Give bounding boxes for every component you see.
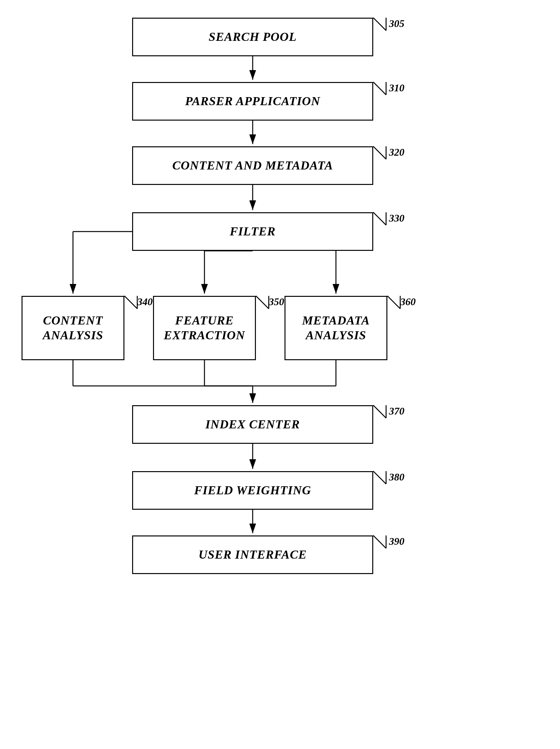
user-interface-ref: 390: [389, 535, 404, 547]
metadata-analysis-ref: 360: [400, 296, 416, 308]
field-weighting-ref: 380: [389, 471, 404, 483]
metadata-analysis-label: METADATA ANALYSIS: [302, 313, 370, 342]
parser-application-box: PARSER APPLICATION: [132, 82, 373, 121]
svg-line-27: [124, 296, 137, 309]
field-weighting-label: FIELD WEIGHTING: [194, 483, 311, 498]
content-and-metadata-box: CONTENT AND METADATA: [132, 146, 373, 185]
user-interface-box: USER INTERFACE: [132, 535, 373, 574]
filter-label: FILTER: [230, 224, 276, 239]
content-analysis-box: CONTENT ANALYSIS: [22, 296, 124, 360]
svg-line-35: [373, 471, 386, 484]
filter-ref: 330: [389, 212, 404, 224]
feature-extraction-box: FEATURE EXTRACTION: [153, 296, 256, 360]
svg-line-37: [373, 535, 386, 548]
metadata-analysis-box: METADATA ANALYSIS: [284, 296, 387, 360]
content-and-metadata-ref: 320: [389, 146, 404, 158]
content-analysis-label: CONTENT ANALYSIS: [43, 313, 103, 342]
search-pool-ref: 305: [389, 18, 404, 29]
index-center-box: INDEX CENTER: [132, 405, 373, 444]
content-and-metadata-label: CONTENT AND METADATA: [172, 158, 333, 173]
parser-application-ref: 310: [389, 82, 404, 94]
svg-line-21: [373, 82, 386, 95]
svg-line-19: [373, 18, 386, 30]
diagram-container: SEARCH POOL 305 PARSER APPLICATION 310 C…: [0, 0, 560, 749]
field-weighting-box: FIELD WEIGHTING: [132, 471, 373, 510]
svg-line-33: [373, 405, 386, 418]
feature-extraction-label: FEATURE EXTRACTION: [164, 313, 245, 342]
index-center-ref: 370: [389, 405, 404, 417]
svg-line-31: [387, 296, 400, 309]
svg-line-23: [373, 146, 386, 159]
parser-application-label: PARSER APPLICATION: [185, 94, 320, 109]
user-interface-label: USER INTERFACE: [199, 547, 307, 562]
svg-line-29: [256, 296, 269, 309]
feature-extraction-ref: 350: [269, 296, 284, 308]
svg-line-25: [373, 212, 386, 225]
content-analysis-ref: 340: [137, 296, 153, 308]
index-center-label: INDEX CENTER: [206, 417, 300, 432]
search-pool-box: SEARCH POOL: [132, 18, 373, 56]
filter-box: FILTER: [132, 212, 373, 251]
search-pool-label: SEARCH POOL: [209, 29, 297, 44]
